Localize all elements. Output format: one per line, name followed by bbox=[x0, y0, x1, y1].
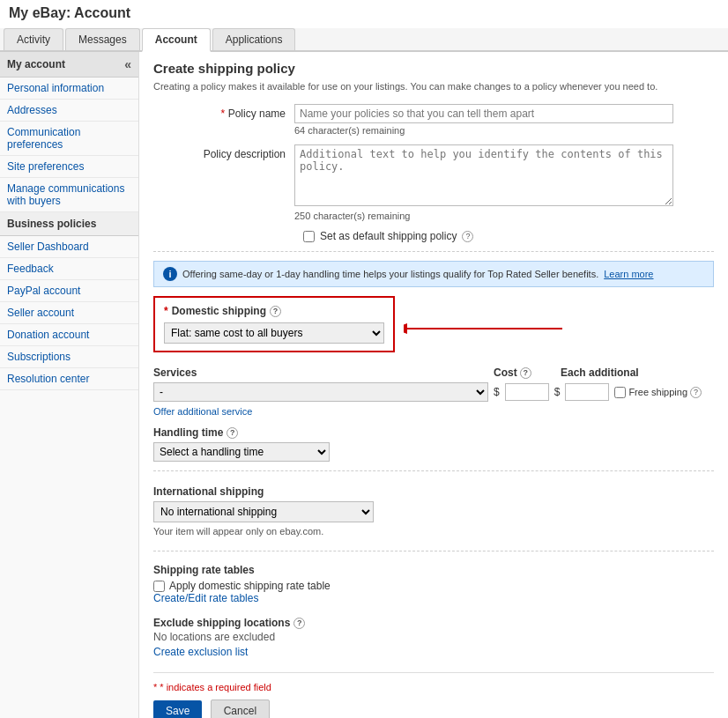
exclude-link[interactable]: Create exclusion list bbox=[153, 646, 248, 658]
handling-label: Handling time ? bbox=[153, 426, 714, 439]
cost-input[interactable] bbox=[505, 383, 549, 401]
cancel-button[interactable]: Cancel bbox=[211, 699, 270, 718]
required-note: * * indicates a required field bbox=[153, 682, 714, 692]
services-cost-header: Cost ? bbox=[494, 366, 555, 379]
domestic-required: * bbox=[164, 305, 168, 317]
form-footer: * * indicates a required field Save Canc… bbox=[153, 672, 714, 718]
international-note: Your item will appear only on ebay.com. bbox=[153, 526, 714, 537]
sidebar-item-seller-account[interactable]: Seller account bbox=[0, 302, 138, 324]
learn-more-link[interactable]: Learn more bbox=[604, 269, 653, 279]
default-checkbox-text: Set as default shipping policy bbox=[320, 230, 457, 242]
handling-section: Handling time ? Select a handling time S… bbox=[153, 426, 714, 462]
rate-tables-row: Apply domestic shipping rate table bbox=[153, 580, 714, 592]
exclude-title: Exclude shipping locations ? bbox=[153, 617, 714, 629]
collapse-icon[interactable]: « bbox=[124, 57, 131, 71]
policy-desc-chars: 250 character(s) remaining bbox=[294, 211, 714, 221]
default-checkbox-row: Set as default shipping policy ? bbox=[303, 230, 714, 242]
required-note-asterisk: * bbox=[153, 682, 157, 692]
policy-desc-row: Policy description 250 character(s) rema… bbox=[153, 144, 714, 221]
info-icon: i bbox=[163, 267, 177, 281]
free-shipping-text: Free shipping bbox=[628, 387, 687, 397]
main-content: Create shipping policy Creating a policy… bbox=[139, 52, 728, 718]
rate-tables-checkbox-label: Apply domestic shipping rate table bbox=[169, 580, 331, 592]
tab-messages[interactable]: Messages bbox=[65, 28, 140, 50]
sidebar-item-addresses[interactable]: Addresses bbox=[0, 100, 138, 122]
layout: My account « Personal information Addres… bbox=[0, 52, 728, 718]
exclude-title-text: Exclude shipping locations bbox=[153, 617, 290, 629]
services-row: - $ $ Free shipping ? bbox=[153, 382, 714, 402]
info-banner: i Offering same-day or 1-day handling ti… bbox=[153, 261, 714, 287]
sidebar-item-communication-preferences[interactable]: Communication preferences bbox=[0, 122, 138, 156]
tab-bar: Activity Messages Account Applications bbox=[0, 28, 728, 52]
tab-applications[interactable]: Applications bbox=[212, 28, 296, 50]
policy-name-chars: 64 character(s) remaining bbox=[294, 125, 714, 136]
policy-name-wrap: 64 character(s) remaining bbox=[294, 104, 714, 136]
separator-1 bbox=[153, 251, 714, 252]
policy-name-label-text: Policy name bbox=[228, 107, 286, 120]
policy-desc-wrap: 250 character(s) remaining bbox=[294, 144, 714, 221]
default-checkbox[interactable] bbox=[303, 231, 315, 242]
sidebar-item-seller-dashboard[interactable]: Seller Dashboard bbox=[0, 236, 138, 258]
cost-dollar-1: $ bbox=[494, 386, 500, 398]
sidebar-item-resolution-center[interactable]: Resolution center bbox=[0, 368, 138, 390]
domestic-label-text: Domestic shipping bbox=[172, 305, 266, 317]
services-label: Services bbox=[153, 366, 488, 379]
separator-3 bbox=[153, 551, 714, 551]
domestic-shipping-box: * Domestic shipping ? Flat: same cost to… bbox=[153, 296, 395, 352]
section-title: Create shipping policy bbox=[153, 61, 714, 76]
tab-account[interactable]: Account bbox=[142, 28, 211, 52]
info-banner-text: Offering same-day or 1-day handling time… bbox=[182, 269, 598, 279]
free-shipping-help-icon[interactable]: ? bbox=[690, 387, 702, 398]
save-button[interactable]: Save bbox=[153, 700, 202, 718]
services-each-header: Each additional bbox=[561, 366, 666, 379]
business-policies-header: Business policies bbox=[0, 212, 138, 236]
handling-time-select[interactable]: Select a handling time Same day 1 busine… bbox=[153, 442, 330, 462]
rate-tables-checkbox[interactable] bbox=[153, 581, 165, 592]
exclude-section: Exclude shipping locations ? No location… bbox=[153, 617, 714, 658]
international-section: International shipping No international … bbox=[153, 485, 714, 537]
cost-dollar-2: $ bbox=[554, 386, 561, 398]
domestic-shipping-arrow-row: * Domestic shipping ? Flat: same cost to… bbox=[153, 296, 714, 361]
rate-tables-link[interactable]: Create/Edit rate tables bbox=[153, 592, 258, 604]
required-note-text: * indicates a required field bbox=[160, 682, 271, 692]
domestic-label: * Domestic shipping ? bbox=[164, 305, 384, 317]
exclude-help-icon[interactable]: ? bbox=[293, 618, 305, 629]
default-help-icon[interactable]: ? bbox=[462, 231, 473, 242]
required-asterisk: * bbox=[221, 107, 226, 120]
my-account-header: My account « bbox=[0, 52, 138, 78]
policy-desc-textarea[interactable] bbox=[294, 144, 673, 206]
services-header: Services Cost ? Each additional bbox=[153, 366, 714, 379]
sidebar-item-personal-information[interactable]: Personal information bbox=[0, 78, 138, 100]
sidebar-item-manage-communications[interactable]: Manage communications with buyers bbox=[0, 178, 138, 212]
free-shipping-checkbox[interactable] bbox=[614, 387, 626, 398]
section-desc: Creating a policy makes it available for… bbox=[153, 81, 714, 92]
separator-2 bbox=[153, 470, 714, 471]
domestic-shipping-select[interactable]: Flat: same cost to all buyers Calculated… bbox=[164, 322, 384, 344]
policy-name-label: * Policy name bbox=[153, 104, 294, 120]
services-section: Services Cost ? Each additional - $ $ Fr… bbox=[153, 366, 714, 418]
rate-tables-section: Shipping rate tables Apply domestic ship… bbox=[153, 564, 714, 604]
policy-name-row: * Policy name 64 character(s) remaining bbox=[153, 104, 714, 136]
sidebar-item-feedback[interactable]: Feedback bbox=[0, 258, 138, 280]
my-account-label: My account bbox=[7, 58, 65, 70]
handling-label-text: Handling time bbox=[153, 426, 223, 439]
handling-help-icon[interactable]: ? bbox=[227, 427, 238, 439]
sidebar-item-donation-account[interactable]: Donation account bbox=[0, 324, 138, 346]
domestic-help-icon[interactable]: ? bbox=[270, 306, 281, 317]
policy-name-input[interactable] bbox=[294, 104, 673, 123]
cost-help-icon[interactable]: ? bbox=[520, 367, 531, 379]
default-checkbox-label[interactable]: Set as default shipping policy ? bbox=[303, 230, 714, 242]
cost-label: Cost bbox=[494, 366, 517, 379]
offer-additional-link[interactable]: Offer additional service bbox=[153, 406, 252, 417]
sidebar-item-paypal-account[interactable]: PayPal account bbox=[0, 280, 138, 302]
sidebar-item-subscriptions[interactable]: Subscriptions bbox=[0, 346, 138, 368]
sidebar: My account « Personal information Addres… bbox=[0, 52, 139, 718]
each-additional-input[interactable] bbox=[565, 383, 609, 401]
sidebar-item-site-preferences[interactable]: Site preferences bbox=[0, 156, 138, 178]
tab-activity[interactable]: Activity bbox=[4, 28, 63, 50]
policy-desc-label: Policy description bbox=[153, 144, 294, 160]
red-arrow bbox=[404, 318, 580, 339]
international-select[interactable]: No international shipping Flat: same cos… bbox=[153, 501, 374, 522]
services-select[interactable]: - bbox=[153, 382, 488, 402]
free-shipping-label[interactable]: Free shipping ? bbox=[614, 387, 702, 398]
